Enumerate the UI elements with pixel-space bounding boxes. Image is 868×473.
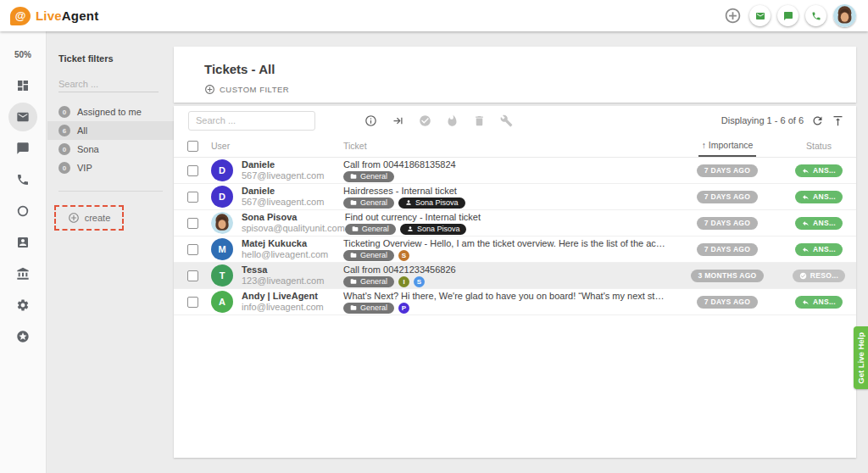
topbar-emails-button[interactable] [749, 5, 771, 26]
status-badge-label: RESO... [810, 271, 838, 280]
table-row[interactable]: Sona Pisovaspisova@qualityunit.comFind o… [174, 210, 856, 236]
info-icon[interactable] [364, 114, 377, 127]
user-info: Daniele567@liveagent.com [242, 159, 324, 181]
get-live-help-label: Get Live Help [856, 332, 865, 384]
department-tag-label: General [360, 277, 387, 286]
trash-icon[interactable] [473, 114, 486, 127]
department-tag[interactable]: General [345, 224, 396, 235]
status-badge[interactable]: ANS... [795, 217, 843, 230]
export-icon[interactable] [832, 114, 844, 127]
sidebar-item-settings[interactable] [8, 291, 37, 320]
table-row[interactable]: TTessa123@liveagent.comCall from 0042123… [174, 263, 856, 289]
importance-cell: 3 MONTHS AGO [673, 270, 782, 282]
table-row[interactable]: DDaniele567@liveagent.comHairdresses - I… [174, 184, 856, 210]
agent-tag[interactable]: Sona Pisova [398, 198, 465, 209]
user-email: 567@liveagent.com [242, 197, 324, 208]
row-checkbox[interactable] [187, 270, 198, 281]
sidebar-item-academy[interactable] [8, 259, 37, 288]
user-column-header[interactable]: User [211, 141, 343, 151]
user-info: Sona Pisovaspisova@qualityunit.com [242, 212, 345, 234]
filter-item-vip[interactable]: 0VIP [47, 159, 174, 177]
status-badge[interactable]: ANS... [795, 243, 843, 256]
importance-cell: 7 DAYS AGO [673, 296, 782, 309]
department-tag[interactable]: General [343, 276, 394, 287]
department-tag-label: General [360, 172, 387, 181]
filter-item-sona[interactable]: 0Sona [47, 140, 174, 159]
status-badge-label: ANS... [813, 245, 836, 253]
topbar-actions [724, 4, 856, 27]
filters-search-input[interactable] [58, 76, 159, 92]
row-checkbox[interactable] [187, 297, 198, 308]
status-cell: RESO... [782, 270, 856, 282]
user-email: hello@liveagent.com [242, 249, 328, 260]
topbar-calls-button[interactable] [805, 5, 826, 26]
flame-icon[interactable] [446, 114, 459, 127]
skip-icon[interactable] [392, 114, 404, 127]
tickets-header-card: Tickets - All CUSTOM FILTER [174, 47, 856, 103]
dashboard-icon [16, 79, 30, 92]
sidebar-item-customers[interactable] [8, 228, 37, 257]
avatar: D [211, 186, 233, 208]
refresh-icon[interactable] [811, 114, 824, 127]
liveagent-logo[interactable]: @ LiveAgent [10, 7, 98, 25]
tag-s[interactable]: S [414, 276, 425, 287]
status-column-header[interactable]: Status [782, 141, 856, 151]
ticket-tags: GeneralS [343, 250, 673, 261]
mail-icon [755, 11, 765, 21]
department-tag[interactable]: General [343, 303, 394, 314]
agent-tag-label: Sona Pisova [415, 198, 459, 207]
get-live-help-tab[interactable]: Get Live Help [854, 326, 868, 389]
filter-item-all[interactable]: 6All [47, 121, 174, 140]
check-circle-icon[interactable] [419, 114, 431, 127]
person-icon [407, 225, 414, 232]
sidebar-item-chats[interactable] [8, 134, 37, 163]
filter-item-assigned-to-me[interactable]: 0Assigned to me [47, 103, 174, 121]
custom-filter-button[interactable]: CUSTOM FILTER [204, 84, 289, 95]
topbar-add-ticket-button[interactable] [724, 7, 743, 25]
sidebar-item-calls[interactable] [8, 165, 37, 194]
row-checkbox[interactable] [187, 218, 198, 229]
row-checkbox-cell [174, 165, 211, 176]
department-tag[interactable]: General [343, 171, 394, 182]
row-checkbox[interactable] [187, 244, 198, 255]
avatar: M [211, 238, 233, 260]
table-row[interactable]: AAndy | LiveAgentinfo@liveagent.comWhat'… [174, 289, 856, 315]
toolbar-right: Displaying 1 - 6 of 6 [721, 114, 844, 127]
department-tag[interactable]: General [343, 250, 394, 261]
importance-badge: 7 DAYS AGO [697, 217, 758, 230]
select-all-checkbox[interactable] [187, 141, 198, 152]
tickets-toolbar: Displaying 1 - 6 of 6 [174, 106, 856, 135]
tag-s[interactable]: S [398, 250, 409, 261]
row-checkbox[interactable] [187, 165, 198, 176]
sidebar-item-tickets[interactable] [8, 103, 37, 131]
user-info: Andy | LiveAgentinfo@liveagent.com [242, 291, 324, 313]
sidebar-item-dashboard[interactable] [8, 71, 37, 100]
add-circle-icon [724, 7, 742, 25]
user-cell: DDaniele567@liveagent.com [211, 159, 343, 181]
wrench-icon[interactable] [500, 114, 513, 127]
tickets-search-input[interactable] [188, 111, 315, 131]
table-row[interactable]: MMatej Kukuckahello@liveagent.comTicketi… [174, 236, 856, 263]
user-name: Daniele [242, 159, 324, 170]
tag-p[interactable]: P [398, 303, 409, 314]
sidebar-item-automation[interactable] [8, 197, 37, 225]
row-checkbox[interactable] [187, 192, 198, 203]
status-badge[interactable]: RESO... [793, 270, 845, 282]
agent-avatar[interactable] [833, 4, 856, 27]
agent-tag[interactable]: Sona Pisova [400, 224, 467, 235]
importance-column-header[interactable]: ↑ Importance [673, 135, 782, 157]
sidebar-item-upgrade[interactable] [8, 322, 37, 351]
status-badge[interactable]: ANS... [795, 296, 843, 309]
user-email: 567@liveagent.com [242, 170, 324, 181]
topbar-chats-button[interactable] [777, 5, 798, 26]
status-badge-label: ANS... [813, 192, 836, 201]
table-row[interactable]: DDaniele567@liveagent.comCall from 00441… [174, 158, 856, 184]
status-badge[interactable]: ANS... [795, 191, 843, 203]
tag-i[interactable]: I [398, 276, 409, 287]
create-filter-button[interactable]: create [54, 205, 124, 231]
importance-cell: 7 DAYS AGO [673, 217, 782, 230]
ticket-column-header[interactable]: Ticket [343, 141, 673, 151]
department-tag[interactable]: General [343, 198, 394, 209]
status-badge[interactable]: ANS... [795, 164, 843, 177]
status-badge-label: ANS... [813, 298, 836, 306]
